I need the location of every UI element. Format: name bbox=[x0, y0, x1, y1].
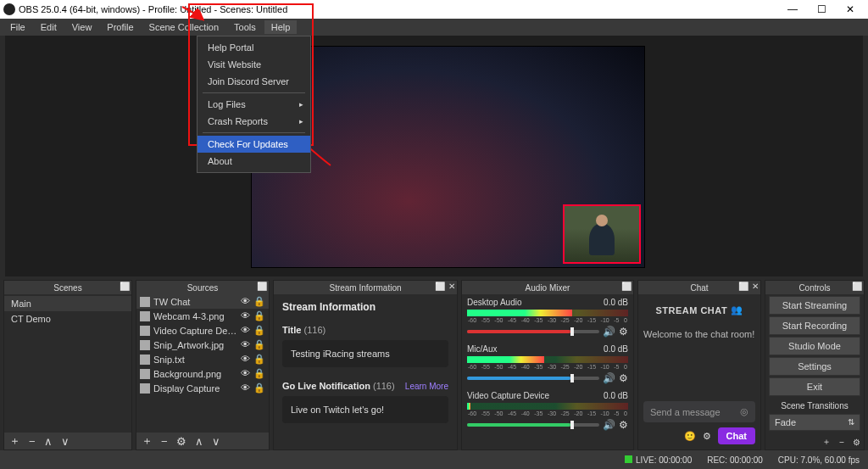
minimize-icon: — bbox=[787, 3, 798, 15]
emote-target-icon[interactable]: ◎ bbox=[740, 406, 748, 417]
transition-select[interactable]: Fade ⇅ bbox=[769, 414, 860, 431]
menu-scene-collection[interactable]: Scene Collection bbox=[142, 20, 226, 34]
speaker-icon[interactable]: 🔊 bbox=[603, 419, 615, 431]
source-item[interactable]: TW Chat👁🔒 bbox=[136, 294, 269, 309]
channel-settings-icon[interactable]: ⚙ bbox=[619, 326, 628, 338]
mixer-channel: Video Capture Device0.0 dB-60-55-50-45-4… bbox=[467, 391, 628, 431]
learn-more-link[interactable]: Learn More bbox=[405, 382, 448, 391]
visibility-toggle-icon[interactable]: 👁 bbox=[241, 325, 250, 336]
lock-toggle-icon[interactable]: 🔒 bbox=[253, 368, 265, 379]
remove-transition-button[interactable]: − bbox=[839, 438, 844, 447]
menu-separator bbox=[203, 92, 305, 93]
chat-heading: STREAM CHAT bbox=[655, 305, 727, 315]
source-props-button[interactable]: ⚙ bbox=[176, 435, 186, 448]
stream-info-dock: Stream Information ⬜✕ Stream Information… bbox=[273, 280, 458, 450]
volume-slider[interactable] bbox=[467, 377, 599, 380]
help-item-join-discord[interactable]: Join Discord Server bbox=[198, 73, 310, 90]
emoji-icon[interactable]: 🙂 bbox=[684, 431, 696, 442]
help-item-about[interactable]: About bbox=[198, 153, 310, 170]
close-button[interactable]: ✕ bbox=[836, 0, 865, 19]
scene-item[interactable]: Main bbox=[4, 296, 131, 311]
title-input[interactable]: Testing iRacing streams bbox=[282, 340, 448, 367]
lock-toggle-icon[interactable]: 🔒 bbox=[253, 339, 265, 350]
source-item[interactable]: Snip.txt👁🔒 bbox=[136, 352, 269, 366]
speaker-icon[interactable]: 🔊 bbox=[603, 372, 615, 384]
transition-props-button[interactable]: ⚙ bbox=[853, 438, 860, 447]
source-up-button[interactable]: ∧ bbox=[195, 435, 203, 448]
settings-button[interactable]: Settings bbox=[769, 357, 860, 376]
lock-toggle-icon[interactable]: 🔒 bbox=[253, 354, 265, 365]
source-down-button[interactable]: ∨ bbox=[212, 435, 220, 448]
help-item-log-files[interactable]: Log Files▸ bbox=[198, 96, 310, 113]
text-icon bbox=[140, 355, 150, 365]
lock-toggle-icon[interactable]: 🔒 bbox=[253, 310, 265, 321]
add-source-button[interactable]: ＋ bbox=[142, 433, 153, 449]
studio-mode-button[interactable]: Studio Mode bbox=[769, 337, 860, 355]
scene-item[interactable]: CT Demo bbox=[4, 311, 131, 327]
menu-edit[interactable]: Edit bbox=[34, 20, 64, 34]
chat-settings-icon[interactable]: ⚙ bbox=[703, 431, 711, 442]
visibility-toggle-icon[interactable]: 👁 bbox=[241, 354, 250, 365]
help-item-crash-reports[interactable]: Crash Reports▸ bbox=[198, 113, 310, 130]
channel-name: Desktop Audio bbox=[467, 298, 522, 307]
help-item-check-updates[interactable]: Check For Updates bbox=[198, 136, 310, 153]
visibility-toggle-icon[interactable]: 👁 bbox=[241, 368, 250, 379]
menu-profile[interactable]: Profile bbox=[100, 20, 140, 34]
menu-tools[interactable]: Tools bbox=[227, 20, 263, 34]
dock-close-icon[interactable]: ✕ bbox=[448, 282, 455, 291]
source-item[interactable]: Display Capture👁🔒 bbox=[136, 381, 269, 395]
dock-popout-icon[interactable]: ⬜ bbox=[120, 282, 130, 291]
chat-title: Chat bbox=[690, 283, 708, 293]
add-transition-button[interactable]: ＋ bbox=[822, 436, 831, 448]
lock-toggle-icon[interactable]: 🔒 bbox=[253, 296, 265, 307]
help-item-visit-website[interactable]: Visit Website bbox=[198, 56, 310, 73]
start-streaming-button[interactable]: Start Streaming bbox=[769, 296, 860, 315]
channel-settings-icon[interactable]: ⚙ bbox=[619, 419, 628, 431]
title-bar: OBS 25.0.4 (64-bit, windows) - Profile: … bbox=[0, 0, 868, 19]
dock-popout-icon[interactable]: ⬜ bbox=[435, 282, 445, 291]
chat-input[interactable]: Send a message ◎ bbox=[643, 401, 755, 422]
visibility-toggle-icon[interactable]: 👁 bbox=[241, 310, 250, 321]
dock-popout-icon[interactable]: ⬜ bbox=[852, 282, 862, 291]
people-icon[interactable]: 👥 bbox=[731, 304, 743, 315]
chat-send-button[interactable]: Chat bbox=[718, 427, 755, 444]
source-item[interactable]: Snip_Artwork.jpg👁🔒 bbox=[136, 338, 269, 352]
help-item-help-portal[interactable]: Help Portal bbox=[198, 39, 310, 56]
menu-view[interactable]: View bbox=[65, 20, 99, 34]
sources-dock: Sources ⬜ TW Chat👁🔒Webcam 4-3.png👁🔒Video… bbox=[136, 280, 270, 450]
start-recording-button[interactable]: Start Recording bbox=[769, 316, 860, 335]
visibility-toggle-icon[interactable]: 👁 bbox=[241, 296, 250, 307]
scene-down-button[interactable]: ∨ bbox=[61, 435, 70, 448]
visibility-toggle-icon[interactable]: 👁 bbox=[241, 382, 250, 394]
chevron-updown-icon: ⇅ bbox=[848, 417, 854, 427]
menu-help[interactable]: Help bbox=[264, 20, 298, 34]
speaker-icon[interactable]: 🔊 bbox=[603, 326, 615, 338]
maximize-button[interactable]: ☐ bbox=[807, 0, 836, 19]
dock-popout-icon[interactable]: ⬜ bbox=[621, 282, 632, 291]
golive-label: Go Live Notification bbox=[282, 381, 370, 391]
remove-source-button[interactable]: − bbox=[161, 435, 168, 448]
source-name: Webcam 4-3.png bbox=[153, 311, 237, 321]
menu-file[interactable]: File bbox=[3, 20, 32, 34]
mixer-channel: Desktop Audio0.0 dB-60-55-50-45-40-35-30… bbox=[467, 298, 628, 338]
dock-close-icon[interactable]: ✕ bbox=[752, 282, 759, 291]
minimize-button[interactable]: — bbox=[778, 0, 807, 19]
channel-settings-icon[interactable]: ⚙ bbox=[619, 372, 628, 384]
scene-up-button[interactable]: ∧ bbox=[44, 435, 53, 448]
visibility-toggle-icon[interactable]: 👁 bbox=[241, 339, 250, 350]
source-item[interactable]: Webcam 4-3.png👁🔒 bbox=[136, 309, 269, 323]
source-item[interactable]: Background.png👁🔒 bbox=[136, 366, 269, 381]
volume-slider[interactable] bbox=[467, 423, 599, 427]
status-rec: REC: 00:00:00 bbox=[707, 455, 763, 465]
lock-toggle-icon[interactable]: 🔒 bbox=[253, 325, 265, 336]
dock-popout-icon[interactable]: ⬜ bbox=[738, 282, 748, 291]
webcam-preview[interactable] bbox=[563, 204, 641, 264]
source-item[interactable]: Video Capture Device👁🔒 bbox=[136, 323, 269, 338]
add-scene-button[interactable]: ＋ bbox=[9, 433, 20, 449]
lock-toggle-icon[interactable]: 🔒 bbox=[253, 382, 265, 394]
volume-slider[interactable] bbox=[467, 330, 599, 333]
golive-input[interactable]: Live on Twitch let's go! bbox=[282, 396, 448, 423]
remove-scene-button[interactable]: − bbox=[29, 435, 36, 448]
exit-button[interactable]: Exit bbox=[769, 377, 860, 396]
dock-popout-icon[interactable]: ⬜ bbox=[257, 282, 267, 291]
